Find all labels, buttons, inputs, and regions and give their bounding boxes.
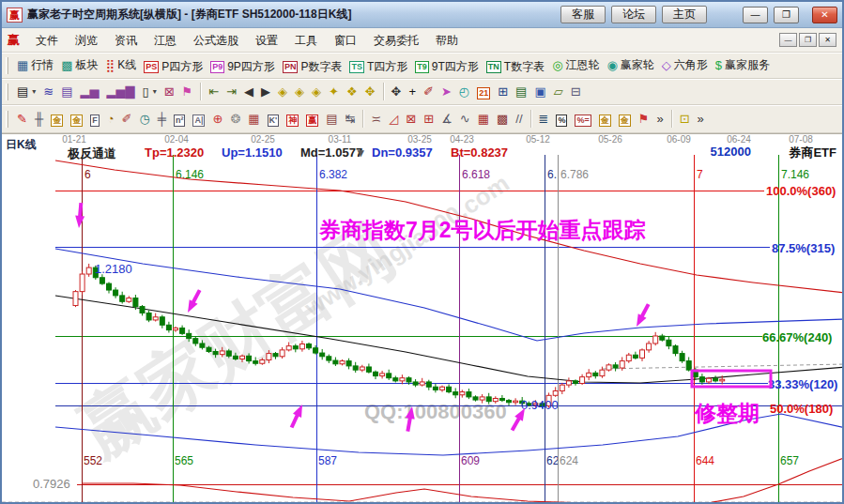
- callout-tool-button[interactable]: ➤: [437, 83, 455, 100]
- kline-button[interactable]: ⣿K线: [102, 55, 141, 75]
- ying-tool-button[interactable]: 赢: [302, 113, 322, 129]
- sectors-button[interactable]: ▩板块: [57, 55, 101, 75]
- angle-set-button[interactable]: ∡: [437, 110, 456, 128]
- p-square-button[interactable]: PSP四方形: [140, 57, 207, 77]
- auto-trendline-button[interactable]: A|: [189, 113, 208, 129]
- share-export-button[interactable]: ▱: [550, 83, 567, 100]
- gann-box-button[interactable]: ⊠: [402, 110, 420, 128]
- zigzag-wave-button[interactable]: ∿: [456, 110, 474, 128]
- crosshair-button[interactable]: +: [405, 83, 420, 100]
- angle-pen-button[interactable]: ✐: [420, 83, 437, 100]
- close-button[interactable]: ✕: [812, 7, 837, 23]
- multi-chart-3-button[interactable]: ▂▅: [77, 83, 103, 100]
- winner-pattern-button[interactable]: ⊠: [161, 83, 178, 100]
- color-flag-button[interactable]: ⚑: [178, 83, 197, 100]
- price-fence-button[interactable]: ╪: [154, 110, 170, 128]
- menu-item-4[interactable]: 公式选股: [185, 31, 247, 50]
- matrix-grid-button[interactable]: ▦: [244, 110, 263, 128]
- toolbar-grip[interactable]: [6, 84, 8, 100]
- maximize-button[interactable]: ❐: [774, 7, 799, 23]
- calendar-button[interactable]: 21: [473, 85, 494, 101]
- dense-grid-button[interactable]: ▩: [493, 110, 512, 128]
- kline-chart[interactable]: 赢家财富网www.yingjia300.comQQ:10080036065526…: [2, 134, 842, 503]
- save-button[interactable]: ▣: [530, 83, 549, 100]
- gold-fence-h-button[interactable]: 金: [67, 113, 86, 129]
- pillar-gate-button[interactable]: ≍: [367, 110, 385, 128]
- scale-list-button[interactable]: ≣: [535, 110, 553, 128]
- mdi-restore-button[interactable]: ❐: [799, 33, 817, 47]
- menu-item-8[interactable]: 交易委托: [365, 31, 427, 50]
- hexagon-button[interactable]: ◇六角形: [658, 55, 712, 75]
- cycle-diamond-expand-button[interactable]: ✥: [361, 83, 379, 100]
- 9t-square-button[interactable]: T99T四方形: [411, 57, 483, 77]
- jump-first-button[interactable]: ⇤: [205, 83, 223, 100]
- gann-wheel-button[interactable]: ◎江恩轮: [548, 55, 603, 75]
- cycle-diamond-left-button[interactable]: ◈: [274, 83, 291, 100]
- star-wheel-button[interactable]: ❂: [226, 110, 244, 128]
- page-next-button[interactable]: ▶: [257, 83, 274, 100]
- cycle-diamond-right-button[interactable]: ◈: [291, 83, 308, 100]
- customer-service-button[interactable]: 客服: [560, 6, 606, 23]
- menu-item-1[interactable]: 浏览: [67, 31, 106, 50]
- t-number-table-button[interactable]: TNT数字表: [483, 57, 548, 77]
- more-tools-1-button[interactable]: »: [652, 110, 667, 128]
- toolbar-grip[interactable]: [6, 111, 8, 128]
- pattern-search-button[interactable]: ≋: [39, 83, 57, 100]
- menu-item-3[interactable]: 江恩: [146, 31, 185, 50]
- mark-flag-pen-button[interactable]: ⚑: [635, 110, 653, 128]
- trade-notebook-button[interactable]: ▤: [512, 83, 530, 100]
- hand-drag-button[interactable]: ✥: [388, 83, 406, 100]
- quotes-button[interactable]: ▦行情: [13, 55, 57, 75]
- multi-chart-9-button[interactable]: ▂▅▇: [103, 83, 139, 100]
- page-prev-button[interactable]: ◀: [240, 83, 257, 100]
- gold-fence-v-button[interactable]: 金: [47, 113, 67, 129]
- cycle-diamond-up-button[interactable]: ◈: [308, 83, 325, 100]
- cycle-diamond-cross-button[interactable]: ✦: [325, 83, 343, 100]
- winner-service-button[interactable]: $赢家服务: [712, 55, 774, 75]
- range-width-button[interactable]: ↹: [342, 110, 360, 128]
- time-fence-button[interactable]: ╫: [31, 110, 47, 128]
- cycle-tool-button[interactable]: ◴: [455, 83, 473, 100]
- draw-brush-button[interactable]: ✎: [13, 110, 31, 128]
- winner-wheel-button[interactable]: ◉赢家轮: [603, 55, 657, 75]
- message-center-button[interactable]: ⊟: [567, 83, 585, 100]
- more-tools-2-button[interactable]: »: [694, 110, 708, 128]
- menu-item-5[interactable]: 设置: [247, 31, 286, 50]
- mdi-minimize-button[interactable]: —: [779, 33, 797, 47]
- kline-style-dropdown-button[interactable]: ▤▾: [13, 83, 39, 100]
- spiral-calendar-button[interactable]: ◔: [103, 110, 118, 128]
- gold-circle-button[interactable]: 金: [595, 113, 615, 129]
- chart-panel[interactable]: 赢家财富网www.yingjia300.comQQ:10080036065526…: [2, 133, 842, 502]
- gann-grid-button[interactable]: ⊞: [420, 110, 437, 128]
- percent-lines-button[interactable]: %=: [571, 113, 594, 129]
- homepage-button[interactable]: 主页: [662, 6, 707, 23]
- calculator-button[interactable]: ⊞: [494, 83, 512, 100]
- n-square-button[interactable]: n²: [170, 113, 190, 129]
- menu-item-9[interactable]: 帮助: [427, 31, 467, 50]
- menu-item-7[interactable]: 窗口: [326, 31, 365, 50]
- menu-item-2[interactable]: 资讯: [106, 31, 146, 50]
- measure-pen-button[interactable]: ✐: [117, 110, 135, 128]
- gold-lines-button[interactable]: 金: [615, 113, 635, 129]
- price-grid-red-button[interactable]: ▦: [474, 110, 493, 128]
- fib-percent-button[interactable]: %: [552, 113, 571, 129]
- fib-fence-button[interactable]: F: [86, 113, 103, 129]
- minimize-button[interactable]: —: [743, 7, 768, 23]
- candle-style-dropdown-button[interactable]: ▯▾: [139, 83, 161, 100]
- 9p-square-button[interactable]: P99P四方形: [207, 57, 279, 77]
- jump-last-button[interactable]: ⇥: [223, 83, 240, 100]
- toolbar-grip[interactable]: [6, 57, 8, 74]
- price-grid-123-button[interactable]: ▤: [322, 110, 341, 128]
- shen-tool-button[interactable]: 神: [283, 113, 302, 129]
- gann-target-button[interactable]: ⊕: [208, 110, 226, 128]
- menu-item-6[interactable]: 工具: [286, 31, 326, 50]
- time-cycle-clock-button[interactable]: ◷: [135, 110, 153, 128]
- k-mark-button[interactable]: K': [264, 113, 284, 129]
- gann-fan-button[interactable]: ◿: [385, 110, 402, 128]
- t-square-button[interactable]: TST四方形: [345, 57, 411, 77]
- menu-item-0[interactable]: 文件: [27, 31, 67, 50]
- p-number-table-button[interactable]: PNP数字表: [279, 57, 346, 77]
- yellow-grid-button[interactable]: ⊡: [676, 110, 694, 128]
- memo-note-button[interactable]: ▤: [57, 83, 76, 100]
- parallel-lines-button[interactable]: //: [512, 110, 526, 128]
